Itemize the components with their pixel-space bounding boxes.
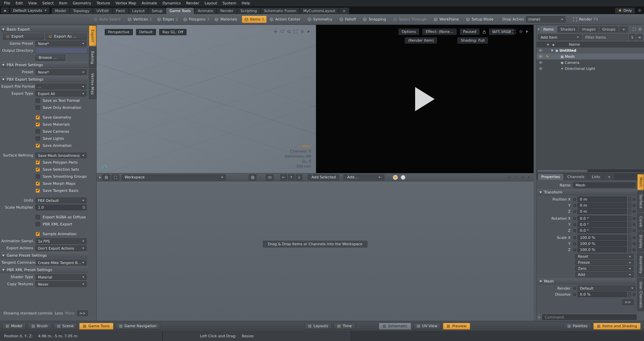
layout-tab[interactable]: Layout	[129, 8, 148, 14]
dropdown[interactable]: None*	[36, 69, 87, 75]
schematic-viewport[interactable]: Workspace ← ↑ ↓ Add Selected Add...	[97, 173, 534, 321]
menu-item[interactable]: Texture	[94, 0, 113, 6]
checkbox[interactable]	[36, 129, 40, 134]
channel-action-toggle[interactable]	[633, 204, 636, 207]
bottom-toolbar-button[interactable]: Palettes	[564, 323, 591, 330]
envelope-toggle[interactable]	[573, 198, 576, 201]
channel-action-toggle[interactable]	[633, 248, 636, 251]
expand-button[interactable]: >>	[77, 310, 88, 316]
selection-mode-button[interactable]: Symmetry	[305, 16, 336, 23]
dropdown[interactable]: ...	[36, 84, 87, 89]
section-header[interactable]: FBX Export Settings	[1, 76, 88, 82]
menu-item[interactable]: System	[220, 0, 239, 6]
item-list-tab[interactable]: Groups	[599, 26, 618, 33]
zoom-icon[interactable]	[287, 30, 291, 34]
menu-item[interactable]: Layout	[202, 0, 220, 6]
tree-row[interactable]: ▼ ▣ Untitled	[537, 47, 644, 53]
node-style-button[interactable]	[266, 174, 274, 180]
value-spinner[interactable]	[628, 241, 631, 246]
align-left-button[interactable]: ←	[280, 174, 287, 180]
align-up-button[interactable]: ↑	[288, 174, 295, 180]
maximize-icon[interactable]	[633, 28, 636, 31]
layout-tab[interactable]: Render	[217, 8, 237, 14]
gear-icon[interactable]	[300, 30, 304, 34]
checkbox[interactable]	[36, 105, 40, 110]
selection-mode-button[interactable]: Edges 2	[155, 16, 180, 23]
property-side-tab[interactable]: Surface	[637, 191, 644, 212]
pin-layout-button[interactable]	[1, 7, 9, 13]
viewport-option-button[interactable]: Ray GL: Off	[159, 29, 187, 35]
tree-row[interactable]: ☀ Directional Light	[537, 66, 644, 72]
gear-icon[interactable]	[638, 8, 642, 12]
bottom-toolbar-button[interactable]: Items and Shading	[593, 323, 641, 330]
layout-tab[interactable]: Paint	[112, 8, 128, 14]
dropdown[interactable]: Don't Export Actions	[36, 245, 87, 251]
checkbox[interactable]	[36, 174, 40, 179]
command-input[interactable]	[542, 314, 637, 320]
layout-tab[interactable]: UVEdit	[93, 8, 112, 14]
selection-mode-button[interactable]: Materials	[212, 16, 241, 23]
property-side-tab[interactable]: Display	[637, 231, 644, 252]
expand-arrow-icon[interactable]: ▼	[550, 49, 554, 52]
preview-option-button[interactable]: (Render Item)	[405, 37, 437, 44]
tree-row[interactable]: ◉ Camera	[537, 59, 644, 66]
checkbox[interactable]	[36, 215, 40, 219]
dropdown[interactable]: FBX Default	[36, 198, 87, 203]
drop-action-dropdown[interactable]: (none)	[526, 16, 565, 23]
render-button[interactable]: Render F9	[571, 16, 600, 23]
visibility-eye-icon[interactable]	[537, 67, 545, 70]
checkbox[interactable]	[36, 136, 40, 141]
pan-move-icon[interactable]	[492, 30, 496, 34]
property-side-tab[interactable]: User Channels	[637, 278, 644, 311]
envelope-toggle[interactable]	[573, 236, 576, 239]
item-name-field[interactable]	[573, 182, 636, 188]
panel-corner-arrow[interactable]	[538, 28, 540, 31]
zoom-icon[interactable]	[505, 30, 509, 34]
add-item-dropdown[interactable]: Add Item	[538, 34, 582, 40]
tree-horizontal-scrollbar[interactable]	[537, 169, 644, 172]
value-spinner[interactable]	[628, 247, 631, 252]
transform-value-field[interactable]	[578, 209, 627, 214]
section-header[interactable]: PBR XML Preset Settings	[1, 267, 88, 273]
maximize-icon[interactable]	[294, 30, 298, 34]
value-spinner[interactable]	[628, 203, 631, 208]
envelope-toggle[interactable]	[573, 210, 576, 213]
viewport-menu-icon[interactable]	[307, 30, 310, 33]
checkbox[interactable]	[36, 188, 40, 193]
add-selected-button[interactable]: Add Selected	[308, 174, 339, 180]
transform-value-field[interactable]	[578, 235, 627, 240]
export-button[interactable]: Export	[3, 34, 44, 40]
link-mode-orange-toggle[interactable]	[393, 175, 398, 180]
channel-action-toggle[interactable]	[633, 229, 636, 232]
bottom-toolbar-button[interactable]: Scene	[53, 323, 78, 330]
layout-tab[interactable]: Scripting	[237, 8, 260, 14]
property-side-tab[interactable]: Mesh	[637, 174, 644, 190]
align-down-button[interactable]: ↓	[296, 174, 302, 180]
checkbox[interactable]	[36, 181, 40, 186]
menu-item[interactable]: Dynamics	[160, 0, 183, 6]
filter-items-input[interactable]	[583, 34, 628, 40]
preview-option-button[interactable]: Options	[398, 29, 419, 35]
add-dropdown[interactable]: Add...	[343, 174, 384, 180]
visibility-eye-icon[interactable]	[537, 55, 545, 58]
selection-mode-button[interactable]: Select Through	[391, 16, 431, 23]
gear-icon[interactable]	[519, 30, 523, 34]
channel-action-toggle[interactable]	[633, 198, 636, 201]
channel-action-toggle[interactable]	[633, 217, 636, 220]
selection-mode-button[interactable]: Items 5	[242, 16, 266, 23]
menu-item[interactable]: Select	[40, 0, 56, 6]
channel-action-toggle[interactable]	[633, 210, 636, 213]
only-favorites-toggle[interactable]: ★ Only	[615, 8, 635, 13]
rotate-view-icon[interactable]	[280, 30, 284, 34]
channel-action-toggle[interactable]	[633, 223, 636, 226]
value-spinner[interactable]	[628, 197, 631, 202]
transform-value-field[interactable]	[578, 247, 627, 252]
transform-action-dropdown[interactable]: Freeze	[575, 260, 634, 265]
properties-tab[interactable]: +	[604, 174, 614, 180]
filter-options-button[interactable]: ≡	[637, 34, 643, 40]
section-header[interactable]: Game Preset Settings	[1, 252, 88, 258]
channel-action-toggle[interactable]	[633, 236, 636, 239]
value-spinner[interactable]	[628, 222, 631, 227]
envelope-toggle[interactable]	[573, 217, 576, 220]
rotate-view-icon[interactable]	[499, 30, 503, 34]
